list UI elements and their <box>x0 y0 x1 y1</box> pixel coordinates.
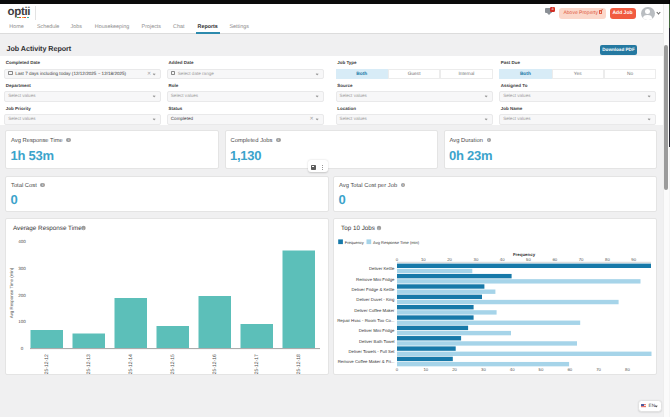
svg-text:30: 30 <box>481 367 486 372</box>
svg-text:50: 50 <box>526 257 531 262</box>
svg-text:Average Response Time: Average Response Time <box>13 225 82 232</box>
svg-text:Remove Mini Fridge: Remove Mini Fridge <box>356 277 395 282</box>
svg-text:025-12-12: 025-12-12 <box>45 354 51 374</box>
svg-text:80: 80 <box>625 367 630 372</box>
svg-text:Top 10 Jobs: Top 10 Jobs <box>341 225 375 232</box>
svg-text:80: 80 <box>605 257 610 262</box>
svg-text:Deliver Towels - Full Set: Deliver Towels - Full Set <box>348 349 395 354</box>
svg-text:025-12-18: 025-12-18 <box>297 354 303 374</box>
svg-text:0: 0 <box>396 257 399 262</box>
svg-text:300: 300 <box>18 266 26 271</box>
svg-text:Avg Response Time (min): Avg Response Time (min) <box>9 267 14 318</box>
svg-text:025-12-16: 025-12-16 <box>213 354 219 374</box>
svg-text:200: 200 <box>18 293 26 298</box>
svg-text:400: 400 <box>18 239 26 244</box>
svg-text:0: 0 <box>21 346 24 351</box>
svg-text:20: 20 <box>447 257 452 262</box>
svg-text:0: 0 <box>396 367 399 372</box>
svg-text:40: 40 <box>510 367 515 372</box>
svg-text:Deliver Bath Towel: Deliver Bath Towel <box>359 339 395 344</box>
svg-text:20: 20 <box>452 367 457 372</box>
svg-text:60: 60 <box>552 257 557 262</box>
svg-text:Frequency: Frequency <box>513 252 536 257</box>
svg-text:025-12-14: 025-12-14 <box>129 354 135 374</box>
svg-text:70: 70 <box>579 257 584 262</box>
svg-text:Repair Hvac - Room Too Co...: Repair Hvac - Room Too Co... <box>337 318 394 323</box>
svg-text:Deliver Fridge & Kettle: Deliver Fridge & Kettle <box>352 287 396 292</box>
svg-text:025-12-15: 025-12-15 <box>171 354 177 374</box>
svg-text:10: 10 <box>421 257 426 262</box>
svg-text:Deliver Duvet - King: Deliver Duvet - King <box>356 297 395 302</box>
svg-text:10: 10 <box>423 367 428 372</box>
svg-text:Deliver Coffee Maker: Deliver Coffee Maker <box>354 308 395 313</box>
svg-text:Deliver Mini Fridge: Deliver Mini Fridge <box>359 328 395 333</box>
svg-text:Remove Coffee Maker & Fri...: Remove Coffee Maker & Fri... <box>338 359 395 364</box>
svg-text:40: 40 <box>500 257 505 262</box>
svg-text:50: 50 <box>539 367 544 372</box>
svg-text:60: 60 <box>567 367 572 372</box>
svg-text:Deliver Kettle: Deliver Kettle <box>369 266 395 271</box>
svg-text:100: 100 <box>18 319 26 324</box>
svg-text:025-12-17: 025-12-17 <box>255 354 261 374</box>
svg-text:30: 30 <box>474 257 479 262</box>
svg-text:90: 90 <box>631 257 636 262</box>
svg-text:Frequency: Frequency <box>345 240 364 245</box>
svg-text:Avg Response Time (min): Avg Response Time (min) <box>373 240 420 245</box>
svg-text:70: 70 <box>596 367 601 372</box>
svg-text:025-12-13: 025-12-13 <box>87 354 93 374</box>
